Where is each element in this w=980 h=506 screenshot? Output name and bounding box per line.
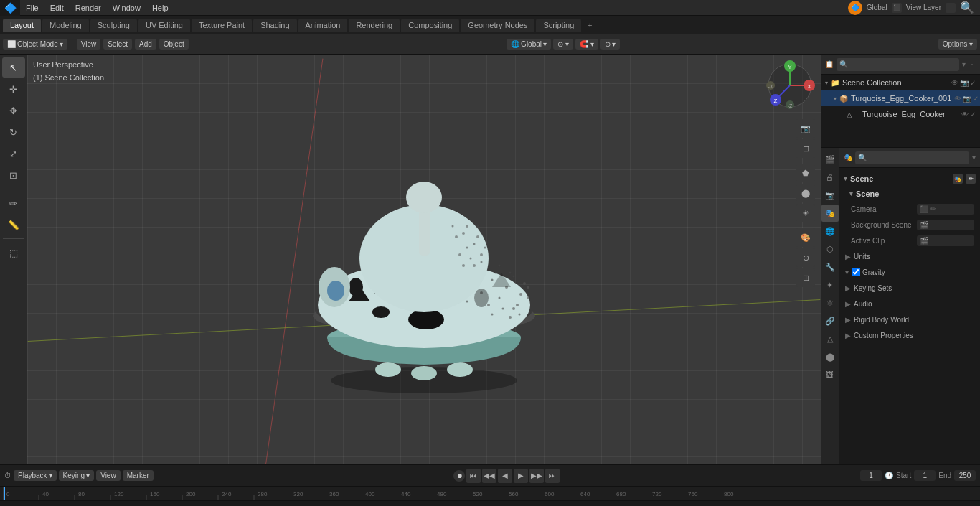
- snap-toggle[interactable]: 🧲 ▾: [575, 39, 598, 50]
- end-frame[interactable]: 250: [954, 470, 976, 481]
- tool-scale[interactable]: ⤢: [2, 144, 25, 164]
- outliner-filter-icon[interactable]: ▾: [962, 60, 966, 68]
- props-output-btn[interactable]: 🖨: [821, 169, 839, 186]
- transform-orientation[interactable]: 🌐 Global ▾: [507, 39, 551, 50]
- add-workspace-button[interactable]: +: [583, 18, 597, 32]
- options-button[interactable]: Options ▾: [938, 39, 977, 50]
- menu-edit[interactable]: Edit: [44, 2, 70, 14]
- tool-annotate[interactable]: ✏: [2, 193, 25, 213]
- outliner-mesh[interactable]: △ Turquoise_Egg_Cooker 👁 ✓: [821, 106, 980, 122]
- time-mode-icon[interactable]: 🕐: [885, 472, 893, 479]
- record-btn[interactable]: ⏺: [453, 470, 465, 482]
- overlay-btn[interactable]: ⊕: [796, 248, 815, 267]
- tab-rendering[interactable]: Rendering: [349, 19, 400, 32]
- props-object-btn[interactable]: ⬡: [821, 240, 839, 258]
- prev-keyframe-btn[interactable]: ◀◀: [482, 469, 496, 483]
- gravity-checkbox[interactable]: [852, 268, 860, 276]
- tab-uv-editing[interactable]: UV Editing: [138, 19, 190, 32]
- props-filter-btn[interactable]: ▾: [972, 154, 976, 161]
- outliner-more-icon[interactable]: ⋮: [969, 60, 976, 68]
- props-render-btn[interactable]: 🎬: [821, 151, 839, 168]
- outliner-scene-collection[interactable]: ▾ 📁 Scene Collection 👁 📷 ✓: [821, 75, 980, 90]
- menu-render[interactable]: Render: [70, 2, 107, 14]
- menu-file[interactable]: File: [20, 2, 44, 14]
- exclude-icon[interactable]: ✓: [970, 79, 976, 87]
- tab-scripting[interactable]: Scripting: [536, 19, 581, 32]
- props-constraints-btn[interactable]: 🔗: [821, 312, 839, 329]
- keying-btn[interactable]: Keying▾: [59, 470, 95, 481]
- rigid-body-section[interactable]: ▶ Rigid Body World: [842, 311, 977, 327]
- props-view-layer-btn[interactable]: 📷: [821, 187, 839, 204]
- props-physics-btn[interactable]: ⚛: [821, 294, 839, 311]
- render-mode-render[interactable]: ☀: [796, 204, 815, 222]
- tool-move[interactable]: ✥: [2, 100, 25, 121]
- exclude-icon-obj[interactable]: ✓: [973, 95, 979, 103]
- render-icon-obj[interactable]: 📷: [963, 95, 971, 103]
- active-clip-value[interactable]: 🎬: [917, 235, 974, 246]
- view-timeline-btn[interactable]: View: [96, 470, 121, 481]
- mode-select-dropdown[interactable]: ⬜ Object Mode ▾: [3, 39, 67, 50]
- select-menu[interactable]: Select: [103, 39, 132, 50]
- pivot-point[interactable]: ⊙ ▾: [553, 39, 573, 50]
- exclude-icon-mesh[interactable]: ✓: [970, 111, 976, 118]
- tab-modeling[interactable]: Modeling: [42, 19, 89, 32]
- scene-subsection-title[interactable]: ▾ Scene: [848, 187, 977, 201]
- tab-shading[interactable]: Shading: [253, 19, 296, 32]
- visibility-icon[interactable]: 👁: [951, 79, 958, 87]
- props-scene-title[interactable]: ▾ Scene 🎭 ✏: [842, 171, 977, 187]
- props-texture-btn[interactable]: 🖼: [821, 366, 839, 383]
- props-modifier-btn[interactable]: 🔧: [821, 258, 839, 276]
- tab-compositing[interactable]: Compositing: [401, 19, 459, 32]
- menu-window[interactable]: Window: [107, 2, 146, 14]
- jump-start-btn[interactable]: ⏮: [466, 469, 481, 483]
- render-mode-material[interactable]: ⬤: [796, 184, 815, 202]
- tab-geometry-nodes[interactable]: Geometry Nodes: [461, 19, 534, 32]
- viewport-shading-btn[interactable]: 🎨: [796, 228, 815, 247]
- props-data-btn[interactable]: △: [821, 330, 839, 347]
- visibility-icon-obj[interactable]: 👁: [954, 95, 961, 103]
- tab-texture-paint[interactable]: Texture Paint: [192, 19, 252, 32]
- props-particles-btn[interactable]: ✦: [821, 276, 839, 294]
- tool-measure[interactable]: 📏: [2, 215, 25, 235]
- view-menu[interactable]: View: [77, 39, 101, 50]
- gravity-section[interactable]: ▾ Gravity: [842, 264, 977, 280]
- jump-end-btn[interactable]: ⏭: [545, 469, 560, 483]
- timeline-ruler[interactable]: 0 40 80 120 160 200 240 280 320 360 400 …: [0, 486, 980, 500]
- keying-sets-section[interactable]: ▶ Keying Sets: [842, 280, 977, 296]
- outliner-search[interactable]: 🔍: [837, 58, 959, 71]
- play-btn[interactable]: ▶: [514, 469, 528, 483]
- perspective-btn[interactable]: ⊡: [796, 139, 815, 158]
- render-icon[interactable]: 📷: [960, 79, 969, 87]
- tool-transform[interactable]: ⊡: [2, 165, 25, 185]
- props-scene-btn[interactable]: 🎭: [821, 205, 839, 222]
- props-world-btn[interactable]: 🌐: [821, 222, 839, 240]
- props-search[interactable]: 🔍: [855, 151, 969, 164]
- viewport-3d[interactable]: User Perspective (1) Scene Collection: [27, 55, 821, 464]
- custom-props-section[interactable]: ▶ Custom Properties: [842, 327, 977, 343]
- proportional-edit[interactable]: ⊙ ▾: [600, 39, 621, 50]
- tool-select[interactable]: ↖: [2, 57, 25, 78]
- view-layer-expand[interactable]: [946, 3, 956, 13]
- current-frame[interactable]: 1: [860, 470, 882, 481]
- playback-btn[interactable]: Playback▾: [14, 470, 57, 481]
- camera-value[interactable]: ⬛ ✏: [917, 204, 974, 215]
- tab-sculpting[interactable]: Sculpting: [90, 19, 137, 32]
- visibility-icon-mesh[interactable]: 👁: [961, 111, 969, 118]
- menu-help[interactable]: Help: [146, 2, 174, 14]
- camera-view-btn[interactable]: 📷: [796, 119, 815, 138]
- tab-animation[interactable]: Animation: [298, 19, 348, 32]
- navigation-gizmo[interactable]: X Y Z -X -Z: [765, 60, 815, 112]
- camera-edit[interactable]: ✏: [930, 205, 936, 212]
- props-material-btn[interactable]: ⬤: [821, 348, 839, 365]
- scene-expand[interactable]: ⬛: [892, 3, 902, 13]
- add-menu[interactable]: Add: [135, 39, 156, 50]
- background-scene-value[interactable]: 🎬: [917, 220, 974, 230]
- next-frame-btn[interactable]: ▶▶: [529, 469, 544, 483]
- tool-cursor[interactable]: ✛: [2, 79, 25, 99]
- render-mode-solid[interactable]: ⬟: [796, 164, 815, 182]
- top-menu-search-icon[interactable]: 🔍: [960, 1, 974, 14]
- outliner-object-001[interactable]: ▾ 📦 Turquoise_Egg_Cooker_001 👁 📷 ✓: [821, 90, 980, 106]
- units-section[interactable]: ▶ Units: [842, 248, 977, 264]
- tab-layout[interactable]: Layout: [3, 19, 41, 32]
- audio-section[interactable]: ▶ Audio: [842, 296, 977, 311]
